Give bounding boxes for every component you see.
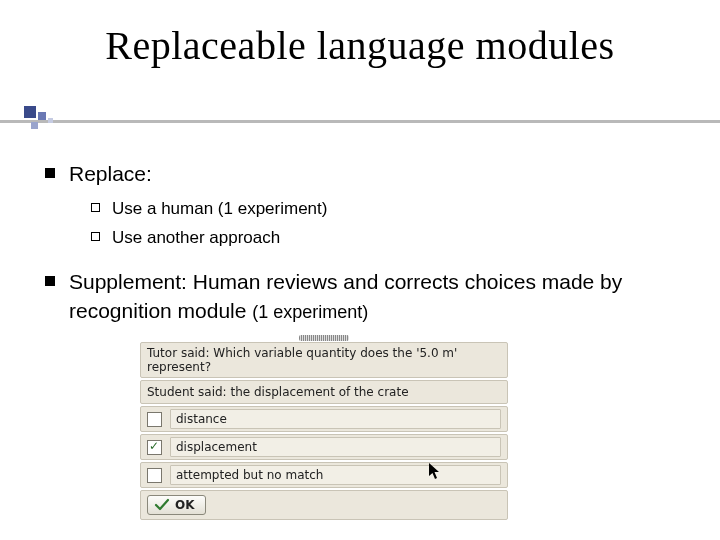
review-panel: Tutor said: Which variable quantity does… (140, 335, 508, 520)
option-nomatch[interactable]: attempted but no match (140, 462, 508, 488)
bullet-supplement-text: Supplement: Human reviews and corrects c… (69, 268, 685, 325)
tutor-said-text: Tutor said: Which variable quantity does… (147, 346, 501, 374)
subbullet-another-label: Use another approach (112, 227, 280, 250)
slide: Replaceable language modules Replace: Us… (0, 0, 720, 540)
checkbox-checked-icon[interactable]: ✓ (147, 440, 162, 455)
bullet-replace: Replace: (45, 160, 685, 188)
ok-check-icon (154, 498, 170, 512)
student-said-row: Student said: the displacement of the cr… (140, 380, 508, 404)
panel-grip-icon (299, 335, 349, 341)
subbullet-human-label: Use a human (1 experiment) (112, 198, 327, 221)
slide-content: Replace: Use a human (1 experiment) Use … (45, 160, 685, 335)
option-displacement[interactable]: ✓ displacement (140, 434, 508, 460)
option-nomatch-label: attempted but no match (170, 465, 501, 485)
bullet-icon (45, 168, 55, 178)
bullet-icon (45, 276, 55, 286)
hollow-bullet-icon (91, 232, 100, 241)
checkbox-icon[interactable] (147, 412, 162, 427)
hollow-bullet-icon (91, 203, 100, 212)
checkbox-icon[interactable] (147, 468, 162, 483)
button-row: OK (140, 490, 508, 520)
option-displacement-label: displacement (170, 437, 501, 457)
option-distance[interactable]: distance (140, 406, 508, 432)
tutor-said-row: Tutor said: Which variable quantity does… (140, 342, 508, 378)
option-distance-label: distance (170, 409, 501, 429)
supplement-suffix: (1 experiment) (252, 302, 368, 322)
accent-divider (0, 110, 720, 132)
ok-button-label: OK (175, 498, 195, 512)
bullet-supplement: Supplement: Human reviews and corrects c… (45, 268, 685, 325)
bullet-replace-label: Replace: (69, 160, 152, 188)
student-said-text: Student said: the displacement of the cr… (147, 385, 409, 399)
subbullet-another: Use another approach (91, 227, 685, 250)
slide-title: Replaceable language modules (0, 0, 720, 69)
ok-button[interactable]: OK (147, 495, 206, 515)
subbullet-human: Use a human (1 experiment) (91, 198, 685, 221)
